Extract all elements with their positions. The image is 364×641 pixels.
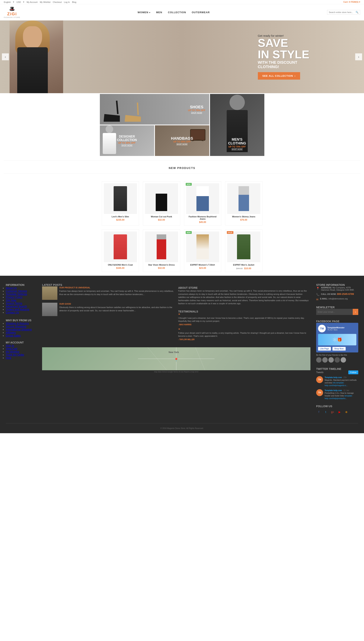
hero-cta-button[interactable]: SEE ALL COLLECTION › xyxy=(258,72,300,80)
nav-women[interactable]: WOMEN ▾ xyxy=(138,11,150,14)
follow-us-title: FOLLOW US xyxy=(316,405,358,408)
rss-social-icon[interactable]: ⊕ xyxy=(344,409,349,415)
info-privacy[interactable]: Privacy Policy xyxy=(6,296,22,299)
latest-post-1: OUR PRODUCT IS UNIVERSAL Fashion has alw… xyxy=(42,286,174,300)
promo-designer-shop[interactable]: SHOP NOW! xyxy=(114,144,140,146)
store-email: ✉ E-MAIL: info@demostore.org xyxy=(316,298,358,301)
fb-like-btn[interactable]: Like Page xyxy=(318,347,331,351)
logo-tagline: FASHION STORE xyxy=(4,17,20,18)
account-cart[interactable]: View Cart xyxy=(6,347,17,350)
fb-friend-1 xyxy=(316,357,322,363)
promo-section: SHOES UP TO 70% OFF SHOP NOW! MEN'S CLOT… xyxy=(96,93,268,157)
info-orders[interactable]: Orders and Returns xyxy=(6,308,29,311)
promo-shoes-shop[interactable]: SHOP NOW! xyxy=(188,112,206,114)
hero-prev-button[interactable]: ‹ xyxy=(2,53,9,60)
cart-label: Cart: xyxy=(343,1,348,3)
account-help[interactable]: Help xyxy=(6,356,11,359)
my-account-link[interactable]: My Account xyxy=(26,1,38,3)
product-card-5[interactable]: ONLY&SONS Men's Coat $345.00 xyxy=(102,229,139,272)
promo-designer[interactable]: DESIGNER COLLECTION UP TO 30% OFF SHOP N… xyxy=(100,125,154,156)
product-card-6[interactable]: Star Vixen Women's Dress $32.00 xyxy=(143,229,180,272)
blog-link[interactable]: Blog xyxy=(72,1,76,3)
product-price-7: $23.00 xyxy=(186,267,219,269)
tweet-1: TH Template-help.com · 21h Magento. Stan… xyxy=(316,376,358,387)
product-card-2[interactable]: Woman Cut out Punk $32.00 xyxy=(143,181,180,226)
nav-outerwear[interactable]: OUTERWEAR xyxy=(192,11,210,14)
nav-collection[interactable]: COLLECTION xyxy=(168,11,186,14)
facebook-section: FACEBOOK PAGE TM TemplateMonster 76,417 … xyxy=(316,320,358,363)
promo-mens-title: MEN'S CLOTHING xyxy=(224,138,251,145)
new-products-title: NEW PRODUCTS xyxy=(4,161,360,174)
footer-center-grid: LATEST POSTS OUR PRODUCT IS UNIVERSAL Fa… xyxy=(42,283,310,345)
product-badge-7: New xyxy=(186,231,192,234)
why-group[interactable]: Group Sales xyxy=(6,334,21,337)
newsletter-input[interactable] xyxy=(316,309,353,315)
logo[interactable]: 🎩 ZiGi FASHION STORE xyxy=(4,6,20,18)
fb-name: TemplateMonster xyxy=(327,326,344,329)
why-buy-section: WHY BUY FROM US Shipping & Returns Secur… xyxy=(6,319,36,337)
account-track[interactable]: Track My Order xyxy=(6,353,24,356)
promo-mens[interactable]: MEN'S CLOTHING UP TO 70% OFF SHOP NOW! xyxy=(210,94,264,156)
info-advanced-search[interactable]: Advanced Search xyxy=(6,305,27,308)
post-content-2: OUR GOOD Obviously there is nothing wron… xyxy=(59,303,174,316)
info-sitemap[interactable]: Site Map xyxy=(6,299,16,302)
language-selector[interactable]: English xyxy=(4,1,11,3)
product-card-1[interactable]: Levi's Men's Slim $235.00 xyxy=(102,181,139,226)
top-bar-left: English ▾ USD ▾ My Account My Wishlist C… xyxy=(4,1,76,3)
product-card-8[interactable]: Sale ESPRIT Men's Jacket $44.00 $10.00 xyxy=(225,229,262,272)
store-phone: 📞 CALL US NOW: 800-2545-6789 xyxy=(316,293,358,296)
tweet-author-1: Template-help.com xyxy=(324,376,342,378)
fb-shop-btn[interactable]: Shop Now xyxy=(332,347,346,351)
tweet-avatar-2: TH xyxy=(316,389,323,396)
youtube-social-icon[interactable]: ▶ xyxy=(337,409,342,415)
cart-button[interactable]: Cart: 0 ITEM(S) ▾ xyxy=(343,1,360,3)
product-card-3[interactable]: New Fashion Womens Boyfriend Jeans $45.0… xyxy=(184,181,221,226)
wishlist-link[interactable]: My Wishlist xyxy=(40,1,50,3)
info-template[interactable]: Template Settings xyxy=(6,293,27,296)
tweet-time-2: · 11 Jan xyxy=(342,389,349,391)
search-input[interactable] xyxy=(329,11,356,14)
hero-next-button[interactable]: › xyxy=(355,53,362,60)
currency-selector[interactable]: USD xyxy=(16,1,21,3)
twitter-title: TWITTER TIMELINE xyxy=(316,367,358,370)
search-icon[interactable]: 🔍 xyxy=(356,11,358,14)
product-card-7[interactable]: New ESPRIT Women's T-Shirt $23.00 xyxy=(184,229,221,272)
post-thumb-1 xyxy=(42,286,58,300)
nav-men[interactable]: MEN xyxy=(156,11,162,14)
post-content-1: OUR PRODUCT IS UNIVERSAL Fashion has alw… xyxy=(59,286,174,300)
checkout-link[interactable]: Checkout xyxy=(53,1,62,3)
facebook-social-icon[interactable]: f xyxy=(316,409,322,415)
product-name-5: ONLY&SONS Men's Coat xyxy=(104,264,137,266)
why-international[interactable]: International Shipping xyxy=(6,328,32,331)
info-customer[interactable]: Customer Service xyxy=(6,290,27,293)
product-price-4: $76.00 xyxy=(227,219,260,221)
info-about[interactable]: About Us xyxy=(6,286,17,290)
my-account-section: MY ACCOUNT Sign In View Cart My Wishlist… xyxy=(6,341,36,359)
why-affiliates[interactable]: Affiliates xyxy=(6,331,16,334)
promo-shoes[interactable]: SHOES UP TO 70% OFF SHOP NOW! xyxy=(100,94,209,125)
info-search[interactable]: Search Terms xyxy=(6,302,22,305)
promo-handbags-shop[interactable]: SHOP NOW! xyxy=(171,143,193,145)
account-signin[interactable]: Sign In xyxy=(6,344,14,347)
why-shipping[interactable]: Shipping & Returns xyxy=(6,322,29,325)
promo-mens-shop[interactable]: SHOP NOW! xyxy=(224,148,251,150)
account-wishlist[interactable]: My Wishlist xyxy=(6,350,19,353)
product-card-4[interactable]: Women's Skinny Jeans $76.00 xyxy=(225,181,262,226)
promo-shoes-discount: UP TO 70% OFF xyxy=(188,109,206,112)
footer-right: STORE INFORMATION 📍 ADDRESS: My Company,… xyxy=(316,283,358,419)
follow-us-section: FOLLOW US f t g+ ▶ ⊕ xyxy=(316,405,358,415)
info-contact[interactable]: Contact Us xyxy=(6,311,19,314)
promo-designer-discount: UP TO 30% OFF xyxy=(114,142,140,144)
googleplus-social-icon[interactable]: g+ xyxy=(330,409,335,415)
map-pin: 📍 xyxy=(174,358,179,362)
follow-button[interactable]: Follow xyxy=(348,370,358,374)
product-price-8: $10.00 xyxy=(244,267,251,270)
login-link[interactable]: Log In xyxy=(64,1,70,3)
twitter-social-icon[interactable]: t xyxy=(323,409,328,415)
tweet-2: TH Template-help.com · 11 Jan PrestaShop… xyxy=(316,389,358,400)
newsletter-submit[interactable]: › xyxy=(353,309,358,315)
product-name-3: Fashion Womens Boyfriend Jeans xyxy=(186,215,219,220)
hero-cta-label: SEE ALL COLLECTION xyxy=(262,75,293,77)
why-secure[interactable]: Secure Shopping xyxy=(6,325,26,328)
promo-handbags[interactable]: HANDBAGS UP TO 30% OFF SHOP NOW! xyxy=(155,125,209,156)
